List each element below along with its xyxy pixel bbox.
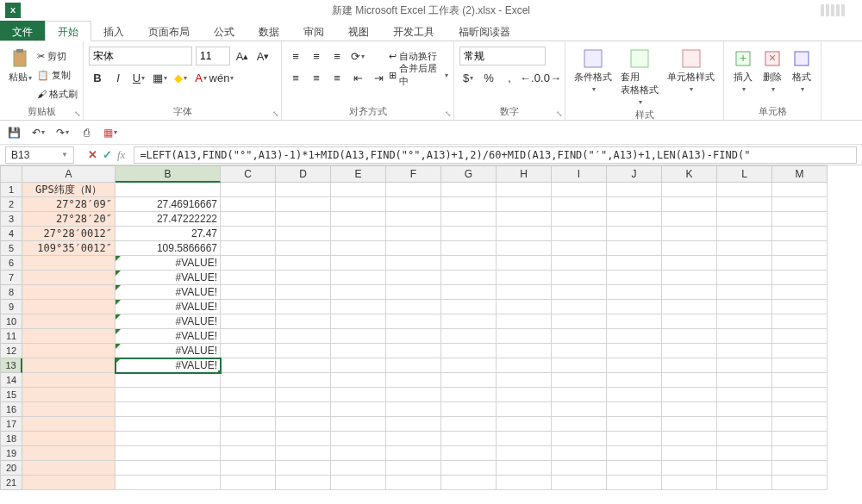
comma-button[interactable]: , — [501, 69, 518, 86]
row-header-17[interactable]: 17 — [0, 417, 22, 432]
row-header-6[interactable]: 6 — [0, 256, 22, 271]
cell-H18[interactable] — [497, 432, 552, 446]
cell-F4[interactable] — [386, 227, 441, 241]
cell-C2[interactable] — [221, 197, 276, 212]
cell-H6[interactable] — [497, 256, 552, 271]
cell-D13[interactable] — [276, 358, 331, 373]
cell-L21[interactable] — [717, 476, 772, 490]
cell-K15[interactable] — [662, 388, 717, 402]
cell-M20[interactable] — [772, 461, 828, 476]
fill-color-button[interactable]: ◆ — [172, 69, 189, 86]
cell-D1[interactable] — [276, 183, 331, 197]
cell-A14[interactable] — [22, 373, 116, 388]
cell-E5[interactable] — [331, 241, 386, 256]
cell-D10[interactable] — [276, 314, 331, 329]
cell-H4[interactable] — [497, 227, 552, 241]
cell-J16[interactable] — [607, 402, 662, 417]
cell-L9[interactable] — [717, 300, 772, 314]
cell-B15[interactable] — [116, 388, 221, 402]
cell-I18[interactable] — [552, 432, 607, 446]
cell-M2[interactable] — [772, 197, 828, 212]
cell-J6[interactable] — [607, 256, 662, 271]
cell-B19[interactable] — [116, 446, 221, 461]
cell-G17[interactable] — [441, 417, 497, 432]
fill-handle[interactable] — [217, 370, 221, 373]
cell-I11[interactable] — [552, 329, 607, 344]
cell-D14[interactable] — [276, 373, 331, 388]
cell-B16[interactable] — [116, 402, 221, 417]
cell-D17[interactable] — [276, 417, 331, 432]
cell-K7[interactable] — [662, 271, 717, 285]
cell-J9[interactable] — [607, 300, 662, 314]
cell-D2[interactable] — [276, 197, 331, 212]
cell-A15[interactable] — [22, 388, 116, 402]
font-size-combo[interactable] — [196, 47, 230, 65]
cell-I15[interactable] — [552, 388, 607, 402]
align-right-button[interactable]: ≡ — [328, 69, 346, 86]
row-header-8[interactable]: 8 — [0, 285, 22, 300]
cell-K17[interactable] — [662, 417, 717, 432]
cell-I16[interactable] — [552, 402, 607, 417]
cell-B6[interactable]: #VALUE! — [116, 256, 221, 271]
cell-I9[interactable] — [552, 300, 607, 314]
cell-A11[interactable] — [22, 329, 116, 344]
cell-G7[interactable] — [441, 271, 497, 285]
cell-A1[interactable]: GPS纬度（N） — [22, 183, 116, 197]
cell-L19[interactable] — [717, 446, 772, 461]
redo-button[interactable]: ↷ — [53, 124, 71, 141]
cell-I8[interactable] — [552, 285, 607, 300]
cell-E8[interactable] — [331, 285, 386, 300]
tab-home[interactable]: 开始 — [45, 21, 91, 41]
cell-C9[interactable] — [221, 300, 276, 314]
cell-A13[interactable] — [22, 358, 116, 373]
cell-E15[interactable] — [331, 388, 386, 402]
cell-F12[interactable] — [386, 344, 441, 358]
cell-M14[interactable] — [772, 373, 828, 388]
cell-C7[interactable] — [221, 271, 276, 285]
cell-H1[interactable] — [497, 183, 552, 197]
cell-G19[interactable] — [441, 446, 497, 461]
cell-C6[interactable] — [221, 256, 276, 271]
cell-E2[interactable] — [331, 197, 386, 212]
row-header-7[interactable]: 7 — [0, 271, 22, 285]
cell-I12[interactable] — [552, 344, 607, 358]
cell-E7[interactable] — [331, 271, 386, 285]
font-name-combo[interactable] — [89, 47, 192, 65]
cut-button[interactable]: ✂剪切 — [37, 47, 78, 65]
cell-C1[interactable] — [221, 183, 276, 197]
cell-H3[interactable] — [497, 212, 552, 227]
tab-file[interactable]: 文件 — [0, 21, 45, 40]
cell-A9[interactable] — [22, 300, 116, 314]
cell-A19[interactable] — [22, 446, 116, 461]
cell-G8[interactable] — [441, 285, 497, 300]
column-header-D[interactable]: D — [276, 165, 331, 183]
row-header-19[interactable]: 19 — [0, 446, 22, 461]
cell-L1[interactable] — [717, 183, 772, 197]
cell-G4[interactable] — [441, 227, 497, 241]
cell-H9[interactable] — [497, 300, 552, 314]
cell-I20[interactable] — [552, 461, 607, 476]
cell-B8[interactable]: #VALUE! — [116, 285, 221, 300]
cell-I10[interactable] — [552, 314, 607, 329]
cell-H20[interactable] — [497, 461, 552, 476]
number-format-combo[interactable] — [459, 47, 546, 65]
row-header-12[interactable]: 12 — [0, 344, 22, 358]
pinyin-button[interactable]: wén — [213, 69, 230, 86]
cell-I1[interactable] — [552, 183, 607, 197]
cell-H7[interactable] — [497, 271, 552, 285]
cell-A12[interactable] — [22, 344, 116, 358]
cell-K1[interactable] — [662, 183, 717, 197]
cell-I4[interactable] — [552, 227, 607, 241]
cell-C19[interactable] — [221, 446, 276, 461]
cell-A7[interactable] — [22, 271, 116, 285]
cell-A18[interactable] — [22, 432, 116, 446]
cell-B11[interactable]: #VALUE! — [116, 329, 221, 344]
row-header-5[interactable]: 5 — [0, 241, 22, 256]
cell-M10[interactable] — [772, 314, 828, 329]
cell-C18[interactable] — [221, 432, 276, 446]
cell-E17[interactable] — [331, 417, 386, 432]
cell-F17[interactable] — [386, 417, 441, 432]
conditional-format-button[interactable]: 条件格式 — [571, 47, 615, 95]
cell-J17[interactable] — [607, 417, 662, 432]
bold-button[interactable]: B — [89, 69, 106, 86]
